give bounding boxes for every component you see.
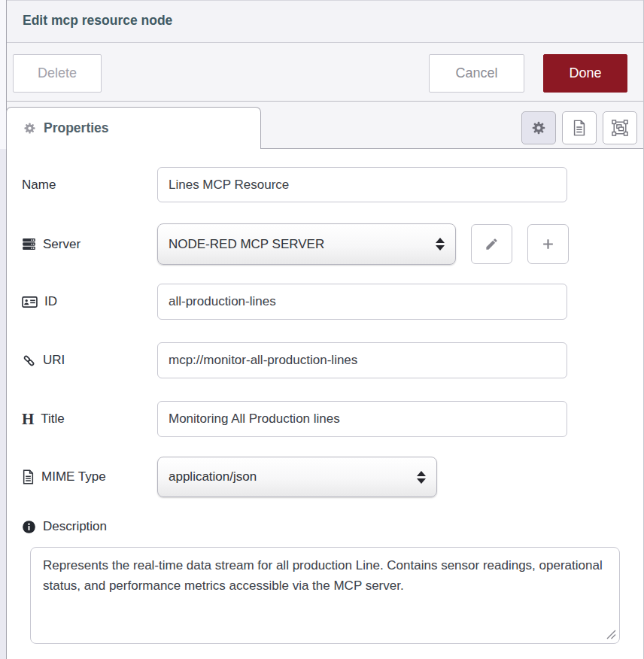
server-label-text: Server bbox=[43, 237, 80, 252]
description-doc-button[interactable] bbox=[562, 111, 597, 144]
description-label: Description bbox=[22, 519, 107, 534]
mime-type-select-value: application/json bbox=[169, 469, 257, 484]
file-lines-icon bbox=[22, 469, 35, 484]
edit-node-tray: Edit mcp resource node Delete Cancel Don… bbox=[0, 0, 644, 659]
form-row-server: Server NODE-RED MCP SERVER bbox=[22, 223, 569, 265]
server-icon bbox=[22, 237, 36, 251]
title-label-text: Title bbox=[41, 411, 65, 427]
dialog-title: Edit mcp resource node bbox=[7, 1, 644, 29]
add-server-button[interactable] bbox=[527, 224, 569, 264]
workspace-edge-bottom bbox=[0, 149, 6, 659]
uri-label: URI bbox=[22, 353, 157, 368]
link-icon bbox=[22, 354, 36, 368]
plus-icon bbox=[541, 237, 555, 251]
pencil-icon bbox=[485, 237, 499, 251]
editor-icon-buttons bbox=[521, 111, 637, 144]
title-label: H Title bbox=[22, 411, 157, 427]
workspace-edge-top bbox=[0, 0, 6, 149]
id-label-text: ID bbox=[44, 294, 57, 309]
mime-type-select[interactable]: application/json bbox=[157, 457, 437, 497]
uri-label-text: URI bbox=[43, 353, 65, 368]
server-label: Server bbox=[22, 237, 157, 252]
done-button[interactable]: Done bbox=[543, 54, 627, 93]
description-textarea[interactable]: Represents the real-time data stream for… bbox=[30, 547, 620, 644]
server-select-value: NODE-RED MCP SERVER bbox=[169, 237, 324, 252]
id-input[interactable] bbox=[157, 284, 567, 320]
description-field-wrap: Represents the real-time data stream for… bbox=[30, 547, 620, 644]
form-row-uri: URI bbox=[22, 342, 567, 378]
mime-type-label: MIME Type bbox=[22, 469, 157, 484]
name-label: Name bbox=[22, 178, 157, 193]
form-row-id: ID bbox=[22, 284, 567, 320]
mime-type-label-text: MIME Type bbox=[41, 469, 106, 484]
info-icon bbox=[22, 520, 36, 534]
delete-button[interactable]: Delete bbox=[13, 54, 102, 93]
select-arrows-icon bbox=[436, 238, 445, 251]
title-input[interactable] bbox=[157, 401, 567, 437]
name-label-text: Name bbox=[22, 178, 56, 193]
tab-properties[interactable]: Properties bbox=[6, 107, 261, 149]
form-row-mime-type: MIME Type application/json bbox=[22, 457, 437, 497]
server-select[interactable]: NODE-RED MCP SERVER bbox=[157, 223, 456, 265]
id-label: ID bbox=[22, 294, 157, 310]
document-icon bbox=[572, 120, 587, 136]
form-row-name: Name bbox=[22, 167, 567, 202]
cancel-button[interactable]: Cancel bbox=[429, 54, 524, 93]
form-row-title: H Title bbox=[22, 401, 567, 437]
gear-icon bbox=[531, 120, 546, 135]
heading-icon: H bbox=[22, 411, 34, 427]
uri-input[interactable] bbox=[157, 342, 567, 378]
name-input[interactable] bbox=[157, 167, 567, 202]
tab-properties-label: Properties bbox=[44, 120, 109, 136]
select-arrows-icon bbox=[417, 471, 426, 484]
appearance-object-group-button[interactable] bbox=[603, 111, 637, 144]
editor-tab-bar: Properties bbox=[7, 102, 644, 149]
description-label-text: Description bbox=[43, 519, 107, 534]
tray-toolbar: Delete Cancel Done bbox=[7, 43, 644, 102]
edit-server-button[interactable] bbox=[471, 224, 512, 264]
tray-header: Edit mcp resource node bbox=[7, 0, 644, 43]
properties-gear-button[interactable] bbox=[521, 111, 556, 144]
gear-icon bbox=[23, 122, 36, 135]
object-group-icon bbox=[612, 120, 628, 136]
id-card-icon bbox=[22, 294, 38, 310]
